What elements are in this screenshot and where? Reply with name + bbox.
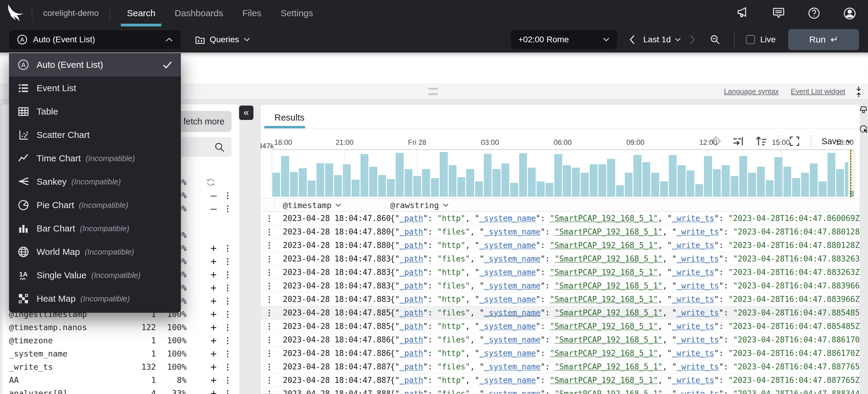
json-key[interactable]: _write_ts	[677, 389, 719, 394]
json-value[interactable]: "SmartPCAP_192_168_5_1"	[550, 241, 658, 250]
field-name[interactable]: analyzers[0]	[9, 387, 67, 394]
view-selector-button[interactable]: A Auto (Event List)	[9, 30, 181, 49]
row-menu-button[interactable]: ⋮	[265, 360, 274, 373]
histogram-bar[interactable]	[272, 173, 280, 197]
json-key[interactable]: _system_name	[484, 254, 540, 263]
row-menu-button[interactable]: ⋮	[265, 252, 274, 266]
json-key[interactable]: _system_name	[479, 376, 536, 385]
event-row[interactable]: ⋮2023-04-28 18:04:47.883{"_path": "http"…	[261, 266, 860, 279]
histogram-bar[interactable]	[836, 169, 844, 197]
nav-item-settings[interactable]: Settings	[271, 0, 322, 26]
interactions-icon[interactable]	[859, 124, 868, 134]
view-menu-item-single-value[interactable]: 1ASingle Value(Incompatible)	[9, 264, 181, 287]
histogram-bar[interactable]	[396, 153, 403, 197]
row-menu-button[interactable]: ⋮	[265, 306, 274, 320]
histogram-bar[interactable]	[554, 154, 562, 197]
json-key[interactable]: _write_ts	[672, 349, 714, 358]
histogram-bar[interactable]	[810, 163, 817, 197]
json-key[interactable]: _system_name	[484, 227, 540, 236]
histogram-bar[interactable]	[361, 154, 368, 197]
histogram-bar[interactable]	[440, 152, 447, 197]
json-key[interactable]: _path	[400, 214, 423, 223]
json-value[interactable]: "SmartPCAP_192_168_5_1"	[550, 376, 658, 385]
remove-field-button[interactable]: —	[205, 202, 222, 215]
row-menu-button[interactable]: ⋮	[265, 239, 274, 252]
json-key[interactable]: _path	[400, 349, 423, 358]
histogram-bar[interactable]	[625, 173, 632, 197]
view-menu-item-scatter-chart[interactable]: Scatter Chart	[9, 123, 181, 146]
add-field-button[interactable]: +	[205, 360, 222, 373]
view-menu-item-auto-event-list[interactable]: AAuto (Event List)	[9, 53, 181, 76]
row-menu-button[interactable]: ⋮	[265, 320, 274, 333]
field-menu-button[interactable]: ⋮	[222, 387, 233, 394]
json-value[interactable]: "SmartPCAP_192_168_5_1"	[555, 362, 662, 371]
event-row[interactable]: ⋮2023-04-28 18:04:47.886{"_path": "http"…	[261, 347, 860, 360]
json-key[interactable]: _path	[400, 227, 423, 236]
nav-item-files[interactable]: Files	[233, 0, 271, 26]
json-value[interactable]: "SmartPCAP_192_168_5_1"	[555, 281, 662, 290]
histogram-bar[interactable]	[792, 178, 800, 197]
add-field-button[interactable]: +	[205, 268, 222, 281]
histogram-bar[interactable]	[351, 179, 359, 197]
json-value[interactable]: "SmartPCAP_192_168_5_1"	[550, 349, 658, 358]
histogram-bar[interactable]	[731, 176, 738, 197]
histogram-bar[interactable]	[774, 157, 782, 197]
histogram-bar[interactable]	[510, 183, 518, 197]
view-menu-item-bar-chart[interactable]: Bar Chart(Incompatible)	[9, 217, 181, 240]
histogram-bar[interactable]	[493, 169, 500, 197]
json-key[interactable]: _path	[400, 308, 423, 317]
histogram-bar[interactable]	[308, 180, 315, 197]
add-field-button[interactable]: +	[205, 373, 222, 386]
json-key[interactable]: _path	[400, 254, 423, 263]
histogram-bar[interactable]	[695, 184, 703, 197]
histogram-bar[interactable]	[590, 164, 597, 197]
histogram-bar[interactable]	[449, 165, 457, 197]
time-shift-back-button[interactable]	[629, 34, 636, 45]
json-key[interactable]: _path	[400, 322, 423, 331]
event-row[interactable]: ⋮2023-04-28 18:04:47.887{"_path": "http"…	[261, 373, 860, 387]
row-menu-button[interactable]: ⋮	[265, 279, 274, 293]
json-key[interactable]: _system_name	[479, 295, 536, 304]
time-range-button[interactable]: Last 1d	[643, 35, 681, 44]
histogram-bar[interactable]	[607, 159, 615, 197]
json-key[interactable]: _write_ts	[677, 362, 719, 371]
histogram-bar[interactable]	[713, 169, 721, 197]
event-row[interactable]: ⋮2023-04-28 18:04:47.887{"_path": "files…	[261, 360, 860, 373]
json-key[interactable]: _path	[400, 268, 423, 277]
announcement-icon[interactable]	[737, 7, 750, 20]
json-key[interactable]: _write_ts	[672, 241, 714, 250]
histogram-bar[interactable]	[484, 154, 492, 197]
histogram-bar[interactable]	[457, 177, 465, 197]
highlighter-icon[interactable]	[859, 105, 868, 114]
histogram-bar[interactable]	[563, 165, 571, 197]
histogram-bar[interactable]	[475, 182, 483, 197]
event-row[interactable]: ⋮2023-04-28 18:04:47.888{"_path": "files…	[261, 387, 860, 394]
account-icon[interactable]	[843, 7, 856, 20]
json-key[interactable]: _write_ts	[677, 227, 719, 236]
field-menu-button[interactable]: ⋮	[222, 202, 233, 215]
json-key[interactable]: _system_name	[484, 335, 540, 344]
view-menu-item-pie-chart[interactable]: Pie Chart(Incompatible)	[9, 193, 181, 217]
json-key[interactable]: _write_ts	[672, 295, 714, 304]
histogram-bar[interactable]	[660, 182, 668, 197]
column-header-rawstring[interactable]: @rawstring	[390, 198, 449, 212]
add-field-button[interactable]: +	[205, 255, 222, 267]
histogram-bar[interactable]	[678, 165, 685, 197]
zoom-out-icon[interactable]	[709, 34, 721, 45]
histogram-bar[interactable]	[651, 173, 659, 197]
histogram-bar[interactable]	[299, 168, 307, 197]
event-row[interactable]: ⋮2023-04-28 18:04:47.880{"_path": "files…	[261, 225, 860, 239]
histogram-bar[interactable]	[422, 169, 430, 197]
histogram-bar[interactable]	[528, 168, 536, 197]
histogram-bar[interactable]	[466, 169, 474, 197]
json-value[interactable]: "SmartPCAP_192_168_5_1"	[555, 254, 662, 263]
json-key[interactable]: _path	[400, 281, 423, 290]
feedback-icon[interactable]	[772, 7, 785, 20]
json-key[interactable]: _system_name	[479, 349, 536, 358]
tab-results[interactable]: Results	[274, 112, 304, 123]
histogram-bar[interactable]	[783, 167, 791, 197]
json-key[interactable]: _system_name	[484, 308, 540, 317]
field-menu-button[interactable]: ⋮	[222, 268, 233, 281]
field-menu-button[interactable]: ⋮	[222, 373, 233, 387]
view-menu-item-event-list[interactable]: Event List	[9, 76, 181, 100]
